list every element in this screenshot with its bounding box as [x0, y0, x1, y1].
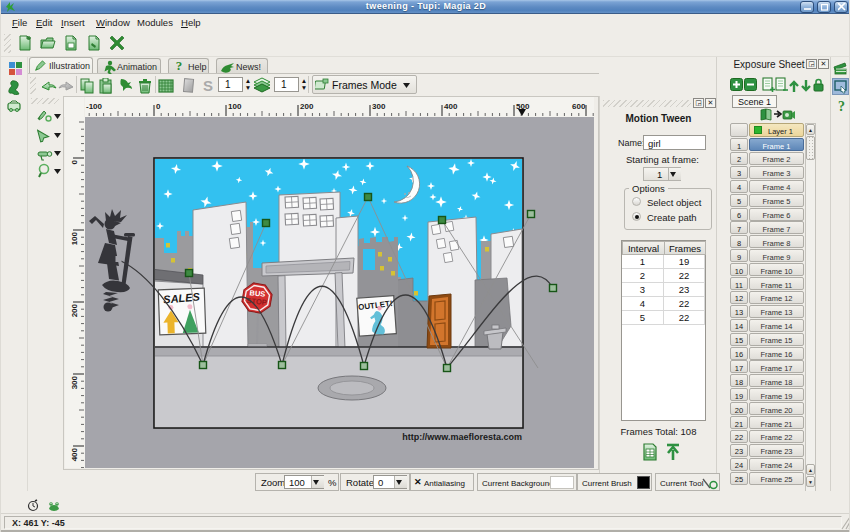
svg-text:?: ?: [176, 59, 183, 71]
svg-text:-100: -100: [86, 102, 103, 111]
svg-text:600: 600: [572, 102, 586, 111]
svg-text:0: 0: [156, 102, 161, 111]
svg-text:300: 300: [70, 375, 79, 389]
svg-text:200: 200: [70, 303, 79, 317]
svg-text:http://www.maefloresta.com: http://www.maefloresta.com: [402, 432, 522, 442]
svg-text:0: 0: [70, 159, 79, 164]
svg-text:300: 300: [372, 102, 386, 111]
svg-text:400: 400: [444, 102, 458, 111]
svg-text:400: 400: [70, 447, 79, 461]
svg-text:S: S: [203, 78, 213, 94]
svg-text:?: ?: [838, 99, 845, 112]
svg-text:200: 200: [300, 102, 314, 111]
svg-text:100: 100: [70, 231, 79, 245]
svg-text:100: 100: [228, 102, 242, 111]
